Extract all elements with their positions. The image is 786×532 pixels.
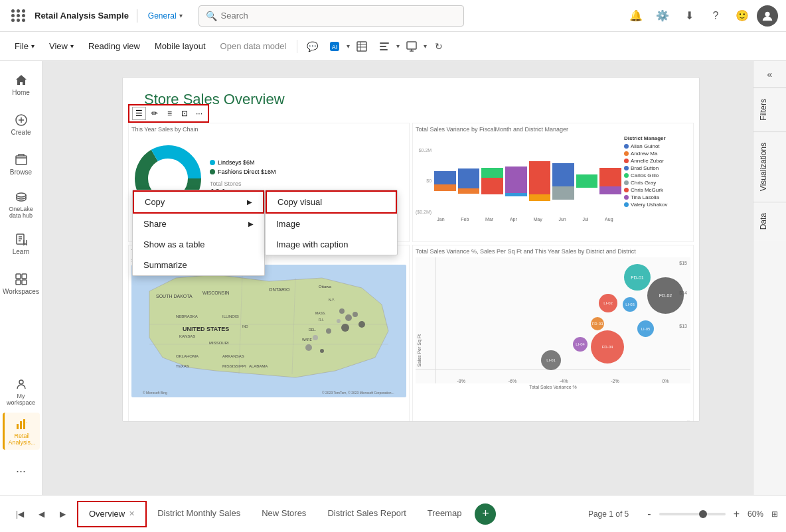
table-view-icon[interactable] bbox=[351, 36, 372, 57]
sensitivity-badge[interactable]: General ▾ bbox=[145, 11, 183, 21]
copilot-icon[interactable]: AI bbox=[324, 36, 345, 57]
sidebar-item-learn[interactable]: Learn bbox=[3, 226, 40, 263]
svg-point-44 bbox=[326, 328, 331, 334]
reading-view-btn[interactable]: Reading view bbox=[82, 36, 147, 57]
context-menu-share[interactable]: Share ▶ bbox=[133, 214, 264, 234]
svg-rect-25 bbox=[22, 280, 27, 285]
visual-toolbar: ☰ ✏ ≡ ⊡ ··· bbox=[128, 104, 209, 123]
refresh-icon[interactable]: ↻ bbox=[428, 36, 449, 57]
feedback-icon[interactable]: 🙂 bbox=[730, 4, 754, 28]
submenu-copy-visual[interactable]: Copy visual bbox=[266, 190, 397, 214]
search-bar[interactable]: 🔍 bbox=[198, 5, 464, 27]
comment-icon[interactable]: 💬 bbox=[301, 36, 323, 57]
file-menu[interactable]: File ▾ bbox=[8, 36, 41, 57]
svg-rect-7 bbox=[380, 42, 389, 44]
zoom-slider[interactable] bbox=[659, 513, 726, 515]
sidebar-item-create[interactable]: Create bbox=[3, 106, 40, 143]
svg-text:AI: AI bbox=[332, 44, 338, 50]
collapse-left-icon[interactable]: « bbox=[767, 69, 773, 80]
context-menu-summarize[interactable]: Summarize bbox=[133, 255, 264, 275]
sidebar-create-label: Create bbox=[11, 129, 31, 136]
svg-text:MISSOURI: MISSOURI bbox=[209, 341, 229, 345]
zoom-plus[interactable]: + bbox=[731, 508, 742, 520]
submenu-image-caption[interactable]: Image with caption bbox=[266, 234, 397, 255]
sidebar-item-my-workspace[interactable]: My workspace bbox=[3, 373, 40, 410]
settings-icon[interactable]: ⚙️ bbox=[651, 4, 674, 28]
user-avatar[interactable] bbox=[757, 5, 778, 27]
copilot-chevron: ▾ bbox=[347, 42, 350, 50]
data-tab[interactable]: Data bbox=[753, 202, 786, 240]
sidebar-more-btn[interactable]: ··· bbox=[3, 452, 40, 490]
tab-district-monthly[interactable]: District Monthly Sales bbox=[147, 501, 251, 527]
svg-text:KANSAS: KANSAS bbox=[179, 334, 195, 338]
mobile-layout-btn[interactable]: Mobile layout bbox=[148, 36, 212, 57]
context-menu-overlay: Copy ▶ Copy visual Image Image with capt… bbox=[132, 190, 265, 276]
zoom-minus[interactable]: - bbox=[645, 508, 653, 520]
sidebar-item-browse[interactable]: Browse bbox=[3, 146, 40, 183]
top-bar: Retail Analysis Sample General ▾ 🔍 🔔 ⚙️ … bbox=[0, 0, 786, 32]
help-icon[interactable]: ? bbox=[704, 4, 728, 28]
fit-page-icon[interactable]: ⊞ bbox=[769, 509, 781, 519]
sensitivity-chevron: ▾ bbox=[179, 12, 183, 19]
tab-overview-close[interactable]: ✕ bbox=[129, 509, 135, 518]
tab-new-stores[interactable]: New Stores bbox=[251, 501, 317, 527]
submenu: Copy visual Image Image with caption bbox=[265, 190, 398, 255]
bubble-li05: LI-05 bbox=[637, 320, 654, 337]
bubble-fd04: FD-04 bbox=[591, 330, 624, 364]
svg-rect-29 bbox=[23, 419, 25, 429]
page-nav-prev[interactable]: ◀ bbox=[32, 505, 50, 523]
visual-toolbar-align-icon[interactable]: ≡ bbox=[163, 107, 176, 119]
view-menu[interactable]: View ▾ bbox=[42, 36, 80, 57]
svg-point-46 bbox=[313, 335, 318, 340]
top-icon-group: 🔔 ⚙️ ⬇ ? 🙂 bbox=[624, 4, 778, 28]
present-icon[interactable] bbox=[401, 36, 422, 57]
submenu-image[interactable]: Image bbox=[266, 214, 397, 234]
svg-point-47 bbox=[305, 344, 312, 351]
format-icon[interactable] bbox=[374, 36, 395, 57]
svg-point-39 bbox=[339, 308, 345, 314]
svg-rect-28 bbox=[20, 421, 22, 429]
sidebar: Home Create Browse OneLake data hub Lear… bbox=[0, 61, 42, 495]
notifications-icon[interactable]: 🔔 bbox=[624, 4, 648, 28]
tab-treemap[interactable]: Treemap bbox=[417, 501, 473, 527]
page-nav-next[interactable]: ▶ bbox=[53, 505, 72, 523]
canvas-area: Store Sales Overview ☰ ✏ ≡ ⊡ ··· This Ye… bbox=[42, 61, 753, 495]
format-chevron: ▾ bbox=[396, 42, 400, 50]
svg-text:ONTARIO: ONTARIO bbox=[269, 287, 290, 292]
top-right-chart: Total Sales Variance by FiscalMonth and … bbox=[412, 123, 694, 242]
svg-point-45 bbox=[358, 321, 365, 328]
visual-toolbar-more-icon[interactable]: ··· bbox=[193, 107, 205, 119]
bar-chart-legend: District Manager Allan Guinot Andrew Ma … bbox=[624, 135, 690, 222]
sidebar-item-retail[interactable]: Retail Analysis... bbox=[3, 413, 40, 450]
svg-point-0 bbox=[765, 11, 769, 16]
search-input[interactable] bbox=[221, 11, 457, 21]
svg-text:MISSISSIPPI: MISSISSIPPI bbox=[222, 364, 246, 368]
context-menu-show-table[interactable]: Show as a table bbox=[133, 234, 264, 255]
tab-district-sales[interactable]: District Sales Report bbox=[317, 501, 416, 527]
visual-toolbar-edit-icon[interactable]: ✏ bbox=[147, 107, 162, 119]
tab-overview[interactable]: Overview ✕ bbox=[77, 501, 147, 527]
svg-text:WISCONSIN: WISCONSIN bbox=[202, 291, 229, 295]
open-data-model-btn[interactable]: Open data model bbox=[214, 36, 293, 57]
visual-toolbar-expand-icon[interactable]: ⊡ bbox=[177, 107, 192, 119]
filters-tab[interactable]: Filters bbox=[753, 88, 786, 131]
zoom-handle[interactable] bbox=[699, 510, 707, 518]
apps-icon[interactable] bbox=[8, 5, 29, 27]
add-page-button[interactable]: + bbox=[475, 503, 496, 525]
visual-toolbar-menu-icon[interactable]: ☰ bbox=[132, 107, 146, 120]
sidebar-item-workspaces[interactable]: Workspaces bbox=[3, 265, 40, 302]
svg-text:DEL.: DEL. bbox=[309, 328, 316, 332]
bottom-tabs: |◀ ◀ ▶ Overview ✕ District Monthly Sales… bbox=[0, 495, 786, 532]
download-icon[interactable]: ⬇ bbox=[677, 4, 701, 28]
svg-text:R.I.: R.I. bbox=[319, 318, 324, 322]
sidebar-workspaces-label: Workspaces bbox=[3, 288, 39, 295]
visualizations-tab[interactable]: Visualizations bbox=[753, 131, 786, 202]
top-left-chart-label: This Year Sales by Chain bbox=[131, 126, 406, 133]
sidebar-item-onelake[interactable]: OneLake data hub bbox=[3, 186, 40, 223]
right-panel: « Filters Visualizations Data bbox=[753, 61, 786, 495]
top-right-chart-label: Total Sales Variance by FiscalMonth and … bbox=[416, 126, 690, 133]
svg-rect-23 bbox=[22, 274, 27, 279]
page-nav-prev-prev[interactable]: |◀ bbox=[11, 505, 29, 523]
sidebar-item-home[interactable]: Home bbox=[3, 66, 40, 103]
context-menu-copy[interactable]: Copy ▶ Copy visual Image Image with capt… bbox=[133, 190, 264, 214]
